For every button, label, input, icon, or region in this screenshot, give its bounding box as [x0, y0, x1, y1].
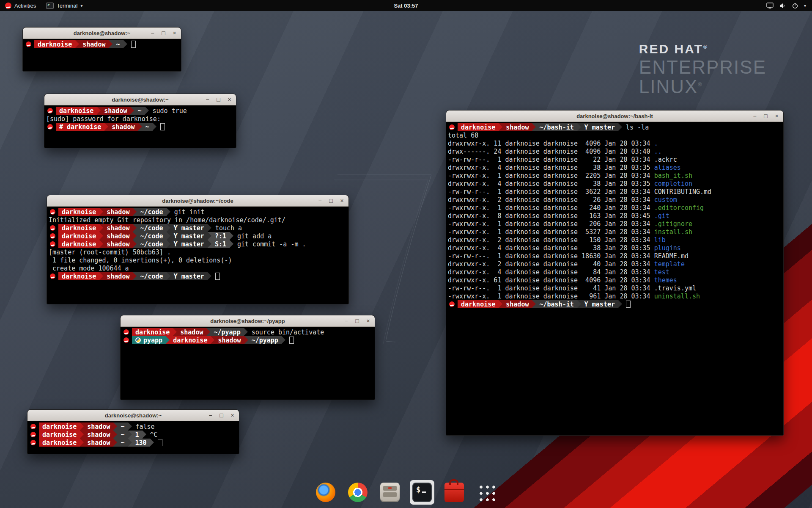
prompt-segment-user: darknoise: [58, 272, 99, 280]
terminal-output-line: drwxrwxr-x. 4 darknoise darknoise 38 Jan…: [448, 244, 782, 252]
terminal-prompt-line: darknoiseshadow~/bash-itƳ masterls -la: [448, 123, 782, 131]
toolbox-icon: [444, 483, 464, 502]
window-minimize-button[interactable]: −: [343, 318, 349, 324]
clock[interactable]: Sat 03:57: [394, 3, 418, 9]
prompt-segment-host: shadow: [84, 431, 113, 439]
window-titlebar[interactable]: darknoise@shadow:~/code−□×: [47, 195, 348, 207]
powerline-separator-icon: [208, 272, 211, 280]
terminal-output-line: drwxrwxr-x. 2 darknoise darknoise 26 Jan…: [448, 196, 782, 204]
dock-item-terminal[interactable]: [410, 480, 434, 505]
powerline-separator-icon: [173, 328, 177, 336]
terminal-content[interactable]: darknoiseshadow~: [23, 39, 181, 72]
window-close-button[interactable]: ×: [171, 30, 178, 36]
terminal-content[interactable]: darknoiseshadow~/codegit initInitialized…: [47, 207, 348, 305]
powerline-separator-icon: [75, 40, 79, 48]
dock-item-toolbox[interactable]: [442, 480, 466, 505]
terminal-output-line: -rwxrwxr-x. 1 darknoise darknoise 206 Ja…: [448, 220, 782, 228]
powerline-separator-icon: [113, 422, 117, 431]
prompt-segment-path: ~/code: [137, 272, 166, 280]
terminal-cursor: [131, 41, 136, 48]
system-status-area[interactable]: ▾: [766, 0, 812, 11]
terminal-output-line: [sudo] password for darknoise:: [46, 115, 235, 123]
dock-item-chrome[interactable]: [346, 480, 370, 505]
terminal-output-line: -rw-rw-r--. 1 darknoise darknoise 41 Jan…: [448, 284, 782, 292]
prompt-segment-user: darknoise: [458, 123, 499, 131]
terminal-prompt-line: darknoiseshadow~130: [29, 439, 238, 447]
powerline-separator-icon: [109, 40, 112, 48]
prompt-segment-user: # darknoise: [56, 123, 104, 131]
window-minimize-button[interactable]: −: [317, 198, 323, 204]
prompt-segment-host: shadow: [103, 208, 133, 216]
window-title: darknoise@shadow:~: [74, 30, 130, 36]
window-close-button[interactable]: ×: [229, 412, 236, 418]
window-close-button[interactable]: ×: [339, 198, 345, 204]
window-titlebar[interactable]: darknoise@shadow:~/bash-it−□×: [446, 110, 783, 122]
window-maximize-button[interactable]: □: [215, 97, 222, 102]
window-close-button[interactable]: ×: [226, 97, 233, 102]
prompt-segment-user: darknoise: [39, 439, 80, 447]
window-minimize-button[interactable]: −: [207, 412, 214, 418]
terminal-output-line: -rwxrwxr-x. 1 darknoise darknoise 961 Ja…: [448, 292, 782, 300]
prompt-segment-stat: 1: [132, 431, 143, 439]
powerline-separator-icon: [130, 107, 134, 115]
window-close-button[interactable]: ×: [365, 318, 371, 324]
window-close-button[interactable]: ×: [774, 113, 780, 119]
desktop: RED HAT® ENTERPRISE LINUX® darknoise@sha…: [0, 0, 812, 508]
files-icon: [380, 483, 400, 502]
window-minimize-button[interactable]: −: [204, 97, 211, 102]
terminal-content[interactable]: darknoiseshadow~/bash-itƳ masterls -lato…: [446, 122, 783, 436]
prompt-segment-host: shadow: [101, 107, 130, 115]
output-text: [master (root-commit) 50bcb63] .: [49, 248, 171, 256]
redhat-prompt-icon: [47, 124, 53, 130]
output-text: drwxrwxr-x. 2 darknoise darknoise 40 Jan…: [448, 260, 654, 268]
powerline-separator-icon: [150, 439, 154, 447]
prompt-segment-path: ~/pyapp: [210, 328, 244, 336]
prompt-segment-path: ~: [142, 123, 153, 131]
window-titlebar[interactable]: darknoise@shadow:~−□×: [44, 94, 236, 105]
window-maximize-button[interactable]: □: [160, 30, 167, 36]
window-minimize-button[interactable]: −: [149, 30, 156, 36]
activities-button[interactable]: Activities: [0, 0, 41, 11]
dock-item-firefox[interactable]: [313, 480, 338, 505]
powerline-separator-icon: [167, 272, 170, 280]
powerline-separator-icon: [143, 431, 146, 439]
terminal-content[interactable]: darknoiseshadow~falsedarknoiseshadow~1^C…: [27, 421, 239, 455]
window-titlebar[interactable]: darknoise@shadow:~/pyapp−□×: [121, 315, 375, 327]
dock-item-apps[interactable]: [474, 480, 499, 505]
window-minimize-button[interactable]: −: [752, 113, 758, 119]
window-maximize-button[interactable]: □: [763, 113, 769, 119]
window-maximize-button[interactable]: □: [218, 412, 225, 418]
prompt-segment-host: shadow: [177, 328, 206, 336]
terminal-window: darknoise@shadow:~−□×darknoiseshadow~: [22, 27, 181, 72]
window-maximize-button[interactable]: □: [354, 318, 360, 324]
prompt-segment-user: darknoise: [458, 300, 499, 308]
output-text: custom: [654, 196, 677, 204]
powerline-separator-icon: [123, 40, 127, 48]
command-text: git add a: [233, 232, 272, 240]
prompt-segment-user: darknoise: [58, 232, 99, 240]
powerline-separator-icon: [208, 232, 211, 240]
powerline-separator-icon: [128, 422, 132, 431]
terminal-content[interactable]: darknoiseshadow~sudo true[sudo] password…: [44, 105, 236, 149]
terminal-output-line: drwxrwxr-x. 61 darknoise darknoise 4096 …: [448, 276, 782, 284]
output-text: .git: [654, 212, 669, 220]
prompt-segment-stat: 130: [132, 439, 150, 447]
app-menu-label: Terminal: [57, 3, 77, 9]
terminal-window: darknoise@shadow:~/bash-it−□×darknoisesh…: [446, 110, 784, 436]
terminal-window: darknoise@shadow:~−□×darknoiseshadow~sud…: [44, 94, 236, 148]
window-titlebar[interactable]: darknoise@shadow:~−□×: [27, 410, 239, 421]
powerline-separator-icon: [211, 336, 214, 344]
output-text: -rwxrwxr-x. 1 darknoise darknoise 2205 J…: [448, 172, 654, 179]
terminal-prompt-line: darknoiseshadow~/codegit init: [49, 208, 348, 216]
app-menu-terminal[interactable]: Terminal ▾: [41, 0, 88, 11]
powerline-separator-icon: [133, 272, 137, 280]
apps-icon: [477, 483, 496, 502]
dock-item-files[interactable]: [378, 480, 402, 505]
prompt-segment-path: ~/bash-it: [536, 300, 577, 308]
terminal-content[interactable]: darknoiseshadow~/pyappsource bin/activat…: [121, 327, 375, 401]
window-title: darknoise@shadow:~/code: [162, 198, 233, 204]
prompt-segment-git: Ƴ master: [170, 240, 208, 248]
terminal-output-line: 1 file changed, 0 insertions(+), 0 delet…: [49, 256, 348, 264]
window-maximize-button[interactable]: □: [328, 198, 334, 204]
window-titlebar[interactable]: darknoise@shadow:~−□×: [23, 28, 181, 39]
